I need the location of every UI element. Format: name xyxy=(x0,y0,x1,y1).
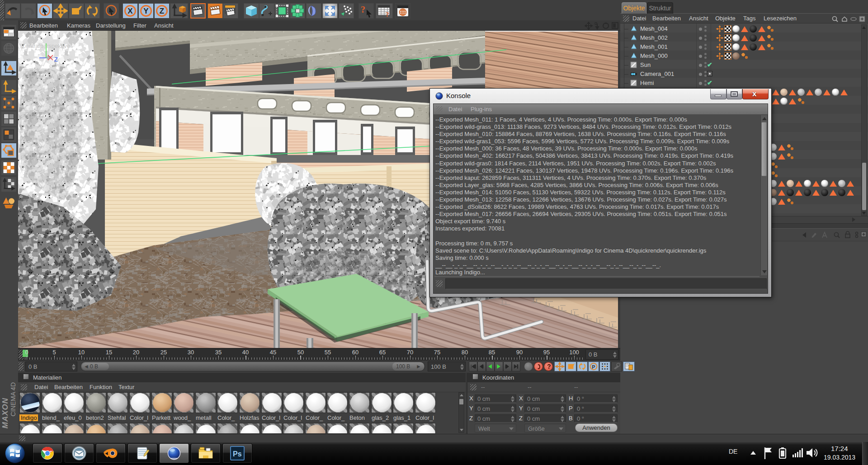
svg-text:Z: Z xyxy=(160,7,164,15)
svg-text:?: ? xyxy=(386,11,389,18)
svg-text:Z: Z xyxy=(54,56,58,63)
svg-text:Ps: Ps xyxy=(233,450,242,458)
svg-text:Y: Y xyxy=(143,7,149,15)
svg-text:?: ? xyxy=(361,5,365,14)
svg-text:P: P xyxy=(592,364,595,370)
svg-text:X: X xyxy=(127,7,133,15)
